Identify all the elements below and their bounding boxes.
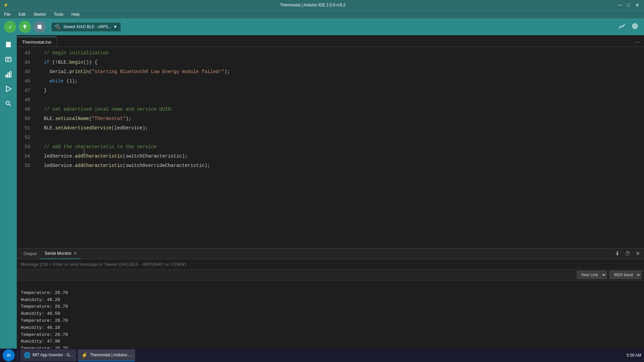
line-53-content: // add the characteristic to the service xyxy=(37,142,644,152)
svg-rect-7 xyxy=(8,73,9,77)
panel-tab-serial-monitor[interactable]: Serial Monitor ✕ xyxy=(41,248,81,259)
code-editor[interactable]: 43 // begin initialization 44 if (!BLE.b… xyxy=(17,47,644,258)
line-number-50: 50 xyxy=(17,114,37,123)
minimize-button[interactable]: ─ xyxy=(617,2,623,8)
serial-monitor-close[interactable]: ✕ xyxy=(73,251,77,256)
panel-tab-output[interactable]: Output xyxy=(19,248,41,259)
sidebar-item-library-manager[interactable] xyxy=(2,67,15,81)
code-line-55: 55 ledService.addCharacteristic(switchOv… xyxy=(17,161,644,170)
line-number-45: 45 xyxy=(17,67,37,76)
svg-point-1 xyxy=(633,24,637,28)
menu-sketch[interactable]: Sketch xyxy=(32,11,47,17)
code-line-44: 44 if (!BLE.begin()) { xyxy=(17,58,644,67)
usb-icon: 🔌 xyxy=(55,24,61,30)
line-number-51: 51 xyxy=(17,123,37,133)
panel-scroll-down[interactable]: ⬇ xyxy=(614,250,621,257)
taskbar-app-mit[interactable]: 🌐 MIT App Inventor - G... xyxy=(20,349,76,361)
panel-close-all[interactable]: ✕ xyxy=(634,250,641,257)
title-bar: ⚡ Thermostat | Arduino IDE 2.0.0-rc9.2 ─… xyxy=(0,0,644,10)
sidebar-item-board-manager[interactable] xyxy=(2,53,15,66)
debug-button[interactable] xyxy=(34,21,46,33)
svg-rect-3 xyxy=(6,57,11,61)
tab-more-button[interactable]: ⋯ xyxy=(631,38,644,47)
code-line-50: 50 BLE.setLocalName("Thermostat"); xyxy=(17,114,644,123)
verify-button[interactable]: ✓ xyxy=(4,21,16,33)
panel-time-icon[interactable]: ⏱ xyxy=(624,250,632,257)
line-number-54: 54 xyxy=(17,152,37,161)
line-55-content: ledService.addCharacteristic(switchOverr… xyxy=(37,161,644,170)
taskbar-time: 5:56 AM xyxy=(627,353,641,358)
line-47-content: } xyxy=(37,86,644,95)
text-cursor xyxy=(84,149,84,156)
line-number-47: 47 xyxy=(17,86,37,95)
message-input[interactable] xyxy=(21,262,640,267)
board-name: Seeed XIAO BLE - nRF5... xyxy=(63,24,111,29)
serial-line-4: Humidity: 48.50 xyxy=(21,310,640,317)
line-number-49: 49 xyxy=(17,105,37,114)
serial-monitor-button[interactable] xyxy=(630,21,640,33)
code-line-52: 52 xyxy=(17,133,644,142)
board-selector[interactable]: 🔌 Seeed XIAO BLE - nRF5... ▼ xyxy=(51,22,121,32)
svg-rect-0 xyxy=(38,25,42,29)
line-50-content: BLE.setLocalName("Thermostat"); xyxy=(37,114,644,123)
svg-line-11 xyxy=(9,104,11,106)
taskbar-clock: 5:56 AM xyxy=(627,353,641,358)
taskbar-separator xyxy=(17,351,18,359)
code-line-51: 51 BLE.setAdvertisedService(ledService); xyxy=(17,123,644,133)
panel-tabs: Output Serial Monitor ✕ ⬇ ⏱ ✕ xyxy=(17,248,644,259)
code-line-45: 45 Serial.println("starting Bluetooth® L… xyxy=(17,67,644,76)
toolbar: ✓ 🔌 Seeed XIAO BLE - nRF5... ▼ xyxy=(0,18,644,35)
arduino-app-icon: ⚡ xyxy=(81,352,88,358)
svg-point-2 xyxy=(634,25,636,27)
menu-help[interactable]: Help xyxy=(70,11,81,17)
close-button[interactable]: ✕ xyxy=(634,2,641,8)
serial-line-8: Humidity: 47.90 xyxy=(21,338,640,345)
serial-line-5: Temperature: 28.70 xyxy=(21,317,640,324)
window-controls[interactable]: ─ □ ✕ xyxy=(617,2,641,8)
line-46-content: while (1); xyxy=(37,76,644,86)
line-43-content: // begin initialization xyxy=(37,48,644,58)
line-52-content xyxy=(37,133,644,142)
line-54-content: ledService.addCharacteristic(switchChara… xyxy=(37,152,644,161)
taskbar: Ai 🌐 MIT App Inventor - G... ⚡ Thermosta… xyxy=(0,349,644,362)
line-number-43: 43 xyxy=(17,48,37,58)
upload-button[interactable] xyxy=(19,21,31,33)
serial-line-3: Temperature: 28.70 xyxy=(21,303,640,310)
mit-app-icon: 🌐 xyxy=(24,352,31,358)
baud-rate-select[interactable]: 9600 baud xyxy=(609,271,641,279)
line-44-content: if (!BLE.begin()) { xyxy=(37,58,644,67)
line-ending-select[interactable]: New Line xyxy=(577,271,607,279)
bottom-panel: Output Serial Monitor ✕ ⬇ ⏱ ✕ New Line 9… xyxy=(17,248,644,352)
taskbar-app-arduino[interactable]: ⚡ Thermostat | Arduino ... xyxy=(78,349,135,361)
svg-marker-9 xyxy=(6,86,11,92)
sidebar-item-debug[interactable] xyxy=(2,82,15,96)
taskbar-start-button[interactable]: Ai xyxy=(3,349,15,361)
menu-tools[interactable]: Tools xyxy=(53,11,65,17)
message-bar xyxy=(17,259,644,269)
line-number-44: 44 xyxy=(17,58,37,67)
maximize-button[interactable]: □ xyxy=(626,2,631,8)
svg-rect-6 xyxy=(6,75,7,77)
sidebar-item-sketchbook[interactable] xyxy=(2,38,15,51)
line-51-content: BLE.setAdvertisedService(ledService); xyxy=(37,123,644,133)
tab-label: Thermostat.ino xyxy=(22,40,51,45)
arduino-app-label: Thermostat | Arduino ... xyxy=(90,353,132,357)
menu-file[interactable]: File xyxy=(3,11,12,17)
code-line-53: 53 // add the characteristic to the serv… xyxy=(17,142,644,152)
menu-edit[interactable]: Edit xyxy=(17,11,27,17)
svg-rect-8 xyxy=(10,72,11,77)
code-line-48: 48 xyxy=(17,95,644,105)
code-content: 43 // begin initialization 44 if (!BLE.b… xyxy=(17,47,644,172)
panel-controls-row: New Line 9600 baud xyxy=(17,269,644,281)
mit-app-label: MIT App Inventor - G... xyxy=(33,353,73,357)
tab-bar: Thermostat.ino ⋯ xyxy=(17,35,644,47)
line-45-content: Serial.println("starting Bluetooth® Low … xyxy=(37,67,644,76)
sidebar-item-search[interactable] xyxy=(2,97,15,110)
tab-thermostat[interactable]: Thermostat.ino xyxy=(17,37,57,47)
output-tab-label: Output xyxy=(23,251,37,256)
line-49-content: // set advertised local name and service… xyxy=(37,105,644,114)
window-title: Thermostat | Arduino IDE 2.0.0-rc9.2 xyxy=(8,3,617,7)
serial-line-7: Temperature: 28.70 xyxy=(21,331,640,339)
serial-plotter-button[interactable] xyxy=(617,21,627,33)
start-label: Ai xyxy=(7,353,11,358)
